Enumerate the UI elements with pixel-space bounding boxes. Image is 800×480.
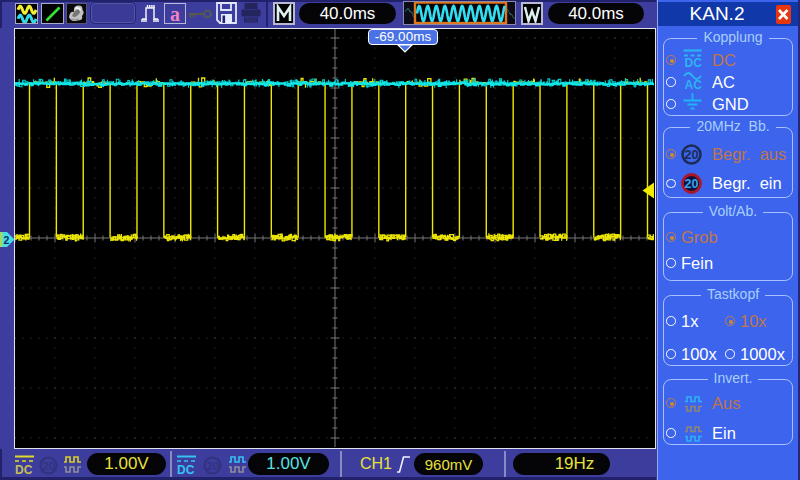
svg-text:20: 20	[685, 177, 699, 191]
svg-text:DC: DC	[15, 463, 33, 475]
svg-text:AC: AC	[685, 78, 703, 90]
svg-text:DC: DC	[177, 463, 195, 475]
svg-text:20: 20	[685, 148, 699, 162]
svg-text:2: 2	[4, 234, 10, 246]
svg-text:DC: DC	[685, 56, 703, 68]
svg-text:20: 20	[206, 460, 219, 472]
svg-text:20: 20	[42, 460, 55, 472]
